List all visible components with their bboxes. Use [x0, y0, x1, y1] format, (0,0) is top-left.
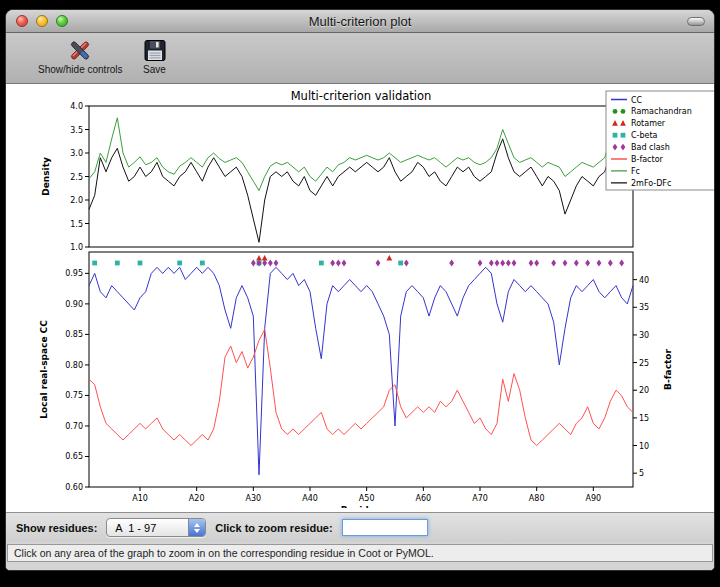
svg-text:1.5: 1.5 — [70, 220, 83, 229]
svg-text:0.65: 0.65 — [65, 452, 83, 461]
zoom-residue-label: Click to zoom residue: — [215, 522, 332, 534]
svg-text:0.60: 0.60 — [65, 483, 83, 492]
traffic-lights — [16, 15, 68, 27]
svg-text:40: 40 — [639, 276, 649, 285]
svg-text:0.90: 0.90 — [65, 300, 83, 309]
svg-text:Fc: Fc — [631, 167, 640, 176]
svg-text:A70: A70 — [472, 494, 488, 503]
save-button[interactable]: Save — [143, 36, 167, 75]
svg-text:A50: A50 — [359, 494, 375, 503]
show-hide-controls-button[interactable]: Show/hide controls — [38, 36, 123, 75]
svg-text:5: 5 — [639, 469, 644, 478]
svg-text:20: 20 — [639, 386, 649, 395]
window: Multi-criterion plot Show/hide controls — [5, 9, 715, 571]
svg-text:0.85: 0.85 — [65, 330, 83, 339]
residue-range-select[interactable]: A 1 - 97 — [106, 518, 206, 537]
svg-text:C-beta: C-beta — [631, 131, 658, 140]
svg-text:0.80: 0.80 — [65, 361, 83, 370]
svg-text:3.0: 3.0 — [70, 149, 83, 158]
svg-text:15: 15 — [639, 414, 649, 423]
crossed-tools-icon — [67, 36, 93, 64]
toolbar-toggle-button[interactable] — [687, 17, 705, 26]
show-residues-label: Show residues: — [16, 522, 97, 534]
svg-text:Multi-criterion validation: Multi-criterion validation — [291, 90, 432, 103]
svg-text:0.75: 0.75 — [65, 391, 83, 400]
svg-text:25: 25 — [639, 359, 649, 368]
svg-text:2mFo-DFc: 2mFo-DFc — [631, 179, 671, 188]
svg-text:2.0: 2.0 — [70, 196, 83, 205]
status-text: Click on any area of the graph to zoom i… — [7, 544, 713, 562]
tool-label: Show/hide controls — [38, 64, 123, 75]
svg-text:1.0: 1.0 — [70, 243, 83, 252]
zoom-window-button[interactable] — [56, 15, 68, 27]
tool-label: Save — [143, 64, 166, 75]
save-floppy-icon — [143, 36, 167, 64]
svg-text:Rotamer: Rotamer — [631, 119, 666, 128]
svg-text:A40: A40 — [302, 494, 318, 503]
plot-area[interactable]: Multi-criterion validation1.01.52.02.53.… — [6, 84, 714, 512]
svg-text:A80: A80 — [529, 494, 545, 503]
window-title: Multi-criterion plot — [6, 14, 714, 29]
popup-stepper-icon — [188, 519, 205, 536]
svg-text:Bad clash: Bad clash — [631, 143, 670, 152]
status-bar: Click on any area of the graph to zoom i… — [6, 542, 714, 570]
svg-text:0.70: 0.70 — [65, 422, 83, 431]
residue-range-value: A 1 - 97 — [115, 522, 156, 534]
svg-text:35: 35 — [639, 303, 649, 312]
zoom-residue-input[interactable] — [342, 519, 428, 536]
svg-text:3.5: 3.5 — [70, 126, 83, 135]
toolbar: Show/hide controls Save — [6, 33, 714, 84]
svg-text:Ramachandran: Ramachandran — [631, 107, 692, 116]
svg-text:A10: A10 — [132, 494, 148, 503]
svg-text:A20: A20 — [189, 494, 205, 503]
controls-bar: Show residues: A 1 - 97 Click to zoom re… — [6, 512, 714, 542]
svg-text:Density: Density — [41, 157, 51, 196]
titlebar[interactable]: Multi-criterion plot — [6, 10, 714, 33]
close-button[interactable] — [16, 15, 28, 27]
svg-text:B-factor: B-factor — [631, 155, 664, 164]
svg-text:Local real-space CC: Local real-space CC — [39, 320, 49, 419]
svg-text:CC: CC — [631, 96, 643, 105]
svg-text:B-factor: B-factor — [663, 349, 673, 390]
svg-text:A60: A60 — [416, 494, 432, 503]
svg-text:Residue: Residue — [341, 505, 381, 508]
svg-text:2.5: 2.5 — [70, 173, 83, 182]
minimize-button[interactable] — [36, 15, 48, 27]
svg-text:4.0: 4.0 — [70, 102, 83, 111]
svg-text:0.95: 0.95 — [65, 269, 83, 278]
svg-text:30: 30 — [639, 331, 649, 340]
svg-text:A30: A30 — [246, 494, 262, 503]
svg-text:A90: A90 — [586, 494, 602, 503]
multi-criterion-figure[interactable]: Multi-criterion validation1.01.52.02.53.… — [33, 90, 714, 508]
svg-text:10: 10 — [639, 442, 649, 451]
